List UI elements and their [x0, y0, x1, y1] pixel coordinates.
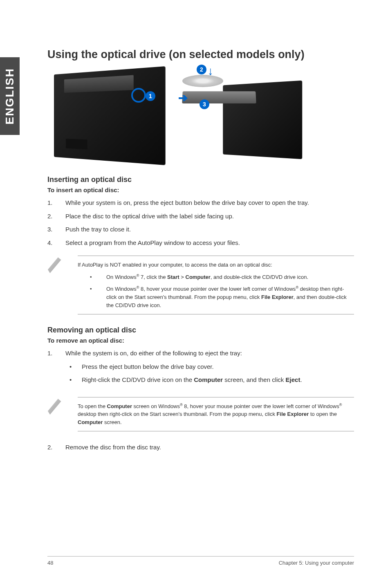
note-bullet-1: • On Windows® 7, click the Start > Compu… [78, 273, 354, 281]
step-num: 4. [47, 238, 65, 248]
remove-sub-list: • Press the eject button below the drive… [65, 362, 354, 385]
step-text: Push the tray to close it. [65, 225, 354, 234]
callout-2: 2 [197, 65, 206, 74]
note-content: If AutoPlay is NOT enabled in your compu… [78, 256, 354, 314]
figure-row: 1 2 ↓ ➔ 3 [47, 71, 354, 161]
insert-step-4: 4. Select a program from the AutoPlay wi… [47, 238, 354, 248]
figure-1: 1 [47, 71, 162, 161]
callout-ring-1 [131, 88, 146, 103]
note-computer-screen: To open the Computer screen on Windows® … [47, 397, 354, 432]
remove-step-2: 2. Remove the disc from the disc tray. [47, 443, 354, 452]
insert-step-3: 3. Push the tray to close it. [47, 225, 354, 234]
insert-step-2: 2. Place the disc to the optical drive w… [47, 212, 354, 221]
note-bullet-2-text: On Windows® 8, hover your mouse pointer … [106, 285, 354, 309]
remove-lead: To remove an optical disc: [47, 337, 354, 344]
sub-text: Press the eject button below the drive b… [82, 362, 214, 372]
callout-1: 1 [146, 91, 155, 101]
bullet-icon: • [90, 273, 106, 281]
callout-3: 3 [199, 99, 209, 109]
figure-2: 2 ↓ ➔ 3 [178, 67, 309, 157]
note-bullet-2: • On Windows® 8, hover your mouse pointe… [78, 285, 354, 309]
insert-heading: Inserting an optical disc [47, 175, 354, 184]
language-label: ENGLISH [3, 68, 16, 124]
sub-text: Right-click the CD/DVD drive icon on the… [82, 375, 302, 385]
remove-sub-2: • Right-click the CD/DVD drive icon on t… [65, 375, 354, 385]
pencil-icon [47, 256, 68, 276]
page-footer: 48 Chapter 5: Using your computer [47, 556, 354, 566]
step-num: 2. [47, 443, 65, 452]
note-content: To open the Computer screen on Windows® … [78, 397, 354, 432]
step-text: Place the disc to the optical drive with… [65, 212, 354, 221]
bullet-icon: • [90, 285, 106, 309]
step-text: While your system is on, press the eject… [65, 198, 354, 208]
bullet-icon: • [65, 362, 82, 372]
remove-step-1: 1. While the system is on, do either of … [47, 349, 354, 389]
remove-steps-cont: 2. Remove the disc from the disc tray. [47, 443, 354, 452]
pencil-icon [47, 397, 68, 417]
insert-step-1: 1. While your system is on, press the ej… [47, 198, 354, 208]
step-text: While the system is on, do either of the… [65, 349, 354, 358]
step-text: Select a program from the AutoPlay windo… [65, 238, 354, 248]
step-body: While the system is on, do either of the… [65, 349, 354, 389]
remove-heading: Removing an optical disc [47, 326, 354, 334]
note-autoplay: If AutoPlay is NOT enabled in your compu… [47, 256, 354, 314]
note-intro: If AutoPlay is NOT enabled in your compu… [78, 261, 354, 269]
step-num: 2. [47, 212, 65, 221]
remove-sub-1: • Press the eject button below the drive… [65, 362, 354, 372]
arrow-right-icon: ➔ [178, 91, 188, 105]
page-title: Using the optical drive (on selected mod… [47, 48, 354, 61]
note-bullet-1-text: On Windows® 7, click the Start > Compute… [106, 273, 354, 281]
step-text: Remove the disc from the disc tray. [65, 443, 354, 452]
bullet-icon: • [65, 375, 82, 385]
step-num: 3. [47, 225, 65, 234]
arrow-down-icon: ↓ [208, 65, 213, 78]
page-number: 48 [47, 560, 53, 566]
disc-image [182, 75, 223, 87]
insert-lead: To insert an optical disc: [47, 186, 354, 193]
language-tab: ENGLISH [0, 57, 20, 135]
disc-tray-image [182, 91, 256, 103]
computer-tower-image [54, 66, 166, 165]
remove-steps: 1. While the system is on, do either of … [47, 349, 354, 389]
chapter-label: Chapter 5: Using your computer [279, 560, 354, 566]
insert-steps: 1. While your system is on, press the ej… [47, 198, 354, 247]
step-num: 1. [47, 198, 65, 208]
step-num: 1. [47, 349, 65, 389]
page-content: Using the optical drive (on selected mod… [47, 48, 354, 460]
